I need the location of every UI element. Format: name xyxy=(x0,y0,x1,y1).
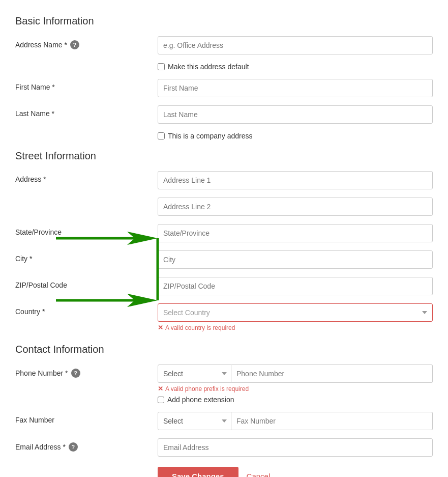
fax-number-label: Fax Number xyxy=(15,412,158,424)
last-name-control xyxy=(158,105,433,124)
address-line1-control xyxy=(158,171,433,189)
fax-prefix-select[interactable]: Select xyxy=(158,412,231,430)
state-province-label: State/Province xyxy=(15,224,158,236)
make-default-row: Make this address default xyxy=(15,63,433,71)
zip-code-label: ZIP/Postal Code xyxy=(15,277,158,289)
country-control: Select Country ✕ A valid country is requ… xyxy=(158,303,433,331)
company-address-checkbox[interactable] xyxy=(158,132,165,139)
city-input[interactable] xyxy=(158,250,433,269)
phone-extension-row: Add phone extension xyxy=(158,396,433,404)
fax-number-input[interactable] xyxy=(231,412,433,430)
phone-number-help-icon[interactable]: ? xyxy=(71,369,80,378)
address-name-row: Address Name * ? xyxy=(15,36,433,54)
zip-code-control xyxy=(158,277,433,295)
phone-number-label: Phone Number * ? xyxy=(15,364,158,378)
address-name-control xyxy=(158,36,433,54)
fax-number-control: Select xyxy=(158,412,433,430)
last-name-label: Last Name * xyxy=(15,105,158,118)
action-buttons: Save Changes Cancel xyxy=(15,467,433,477)
address-line1-label: Address * xyxy=(15,171,158,183)
cancel-button[interactable]: Cancel xyxy=(247,472,271,477)
country-label: Country * xyxy=(15,303,158,316)
zip-code-row: ZIP/Postal Code xyxy=(15,277,433,295)
make-default-label: Make this address default xyxy=(168,63,249,71)
first-name-input[interactable] xyxy=(158,79,433,97)
phone-number-control: Select ✕ A valid phone prefix is require… xyxy=(158,364,433,404)
phone-extension-checkbox[interactable] xyxy=(158,397,164,403)
company-address-row: This is a company address xyxy=(15,132,433,140)
phone-error: ✕ A valid phone prefix is required xyxy=(158,385,433,392)
phone-input-group: Select xyxy=(158,364,433,383)
state-province-control xyxy=(158,224,433,242)
email-address-control xyxy=(158,438,433,457)
make-default-checkbox[interactable] xyxy=(158,63,165,70)
state-province-input[interactable] xyxy=(158,224,433,242)
address-name-input[interactable] xyxy=(158,36,433,54)
contact-info-title: Contact Information xyxy=(15,344,433,355)
last-name-input[interactable] xyxy=(158,105,433,124)
country-select[interactable]: Select Country xyxy=(158,303,433,322)
email-address-label: Email Address * ? xyxy=(15,438,158,452)
city-label: City * xyxy=(15,250,158,263)
country-row: Country * Select Country ✕ A valid count… xyxy=(15,303,433,331)
state-province-row: State/Province xyxy=(15,224,433,242)
company-address-label: This is a company address xyxy=(168,132,253,140)
address-line2-row xyxy=(15,198,433,216)
street-info-title: Street Information xyxy=(15,150,433,162)
address-line2-control xyxy=(158,198,433,216)
first-name-row: First Name * xyxy=(15,79,433,97)
address-line2-label xyxy=(15,198,158,202)
address-line1-input[interactable] xyxy=(158,171,433,189)
address-line2-input[interactable] xyxy=(158,198,433,216)
email-address-help-icon[interactable]: ? xyxy=(69,442,78,452)
fax-number-row: Fax Number Select xyxy=(15,412,433,430)
first-name-label: First Name * xyxy=(15,79,158,91)
address-name-help-icon[interactable]: ? xyxy=(70,40,79,49)
city-control xyxy=(158,250,433,269)
phone-number-input[interactable] xyxy=(231,364,433,383)
country-error: ✕ A valid country is required xyxy=(158,324,433,331)
first-name-control xyxy=(158,79,433,97)
city-row: City * xyxy=(15,250,433,269)
address-line1-row: Address * xyxy=(15,171,433,189)
email-address-input[interactable] xyxy=(158,438,433,457)
basic-info-title: Basic Information xyxy=(15,15,433,27)
zip-code-input[interactable] xyxy=(158,277,433,295)
email-address-row: Email Address * ? xyxy=(15,438,433,457)
save-changes-button[interactable]: Save Changes xyxy=(158,467,238,477)
phone-number-row: Phone Number * ? Select ✕ A valid phone … xyxy=(15,364,433,404)
address-name-label: Address Name * ? xyxy=(15,36,158,49)
phone-extension-label: Add phone extension xyxy=(167,396,234,404)
fax-input-group: Select xyxy=(158,412,433,430)
phone-prefix-select[interactable]: Select xyxy=(158,364,231,383)
last-name-row: Last Name * xyxy=(15,105,433,124)
